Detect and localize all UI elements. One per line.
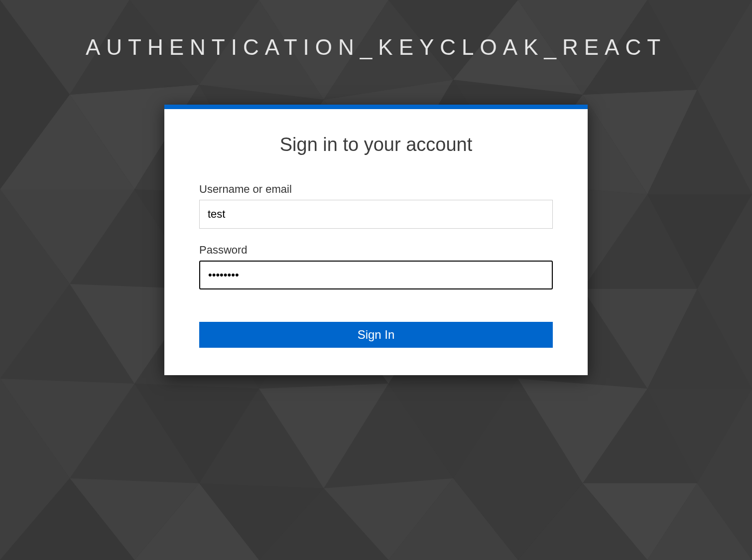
svg-marker-27 bbox=[134, 384, 259, 483]
card-title: Sign in to your account bbox=[199, 134, 553, 155]
realm-title: AUTHENTICATION_KEYCLOAK_REACT bbox=[57, 35, 695, 60]
svg-marker-30 bbox=[518, 379, 647, 483]
svg-marker-28 bbox=[259, 384, 388, 488]
username-input[interactable] bbox=[199, 200, 553, 229]
username-label: Username or email bbox=[199, 183, 553, 196]
login-card: Sign in to your account Username or emai… bbox=[164, 105, 588, 375]
password-group: Password bbox=[199, 244, 553, 289]
svg-marker-29 bbox=[388, 379, 518, 478]
password-input[interactable] bbox=[199, 261, 553, 289]
signin-button[interactable]: Sign In bbox=[199, 322, 553, 348]
password-label: Password bbox=[199, 244, 553, 257]
login-form: Username or email Password Sign In bbox=[199, 183, 553, 348]
username-group: Username or email bbox=[199, 183, 553, 229]
